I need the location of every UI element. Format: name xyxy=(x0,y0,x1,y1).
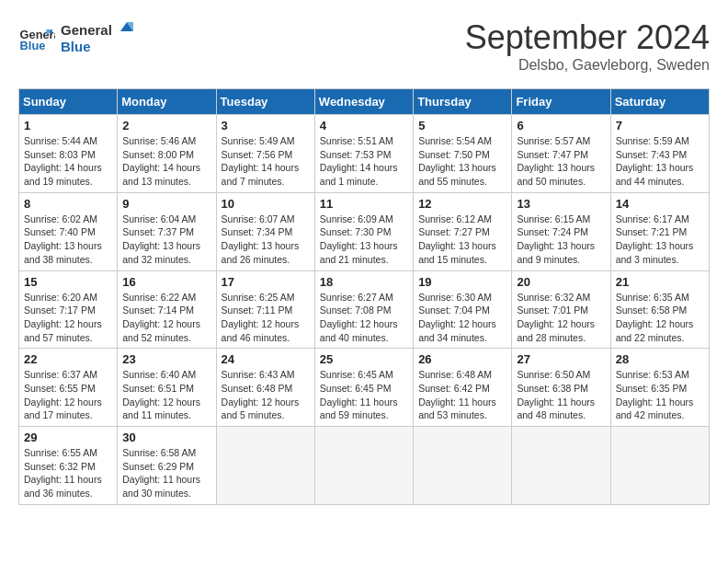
day-number: 19 xyxy=(418,275,506,289)
day-number: 18 xyxy=(320,275,408,289)
day-number: 12 xyxy=(418,197,506,211)
day-number: 4 xyxy=(320,119,408,132)
calendar-cell: 22Sunrise: 6:37 AM Sunset: 6:55 PM Dayli… xyxy=(19,349,118,427)
logo: General Blue General Blue xyxy=(18,18,134,63)
calendar-cell: 4Sunrise: 5:51 AM Sunset: 7:53 PM Daylig… xyxy=(314,115,413,193)
calendar-table: SundayMondayTuesdayWednesdayThursdayFrid… xyxy=(18,88,710,505)
day-info: Sunrise: 5:46 AM Sunset: 8:00 PM Dayligh… xyxy=(122,134,210,189)
day-number: 9 xyxy=(122,197,210,211)
day-info: Sunrise: 6:48 AM Sunset: 6:42 PM Dayligh… xyxy=(418,368,506,422)
day-info: Sunrise: 5:49 AM Sunset: 7:56 PM Dayligh… xyxy=(222,134,310,189)
calendar-cell: 21Sunrise: 6:35 AM Sunset: 6:58 PM Dayli… xyxy=(610,270,709,349)
logo-svg: General Blue xyxy=(61,18,134,59)
day-number: 20 xyxy=(517,275,605,289)
calendar-cell: 5Sunrise: 5:54 AM Sunset: 7:50 PM Daylig… xyxy=(414,115,512,193)
header-day-monday: Monday xyxy=(118,89,216,115)
calendar-cell: 8Sunrise: 6:02 AM Sunset: 7:40 PM Daylig… xyxy=(19,192,118,270)
calendar-cell: 30Sunrise: 6:58 AM Sunset: 6:29 PM Dayli… xyxy=(118,427,216,505)
calendar-cell: 23Sunrise: 6:40 AM Sunset: 6:51 PM Dayli… xyxy=(118,349,216,427)
day-info: Sunrise: 6:32 AM Sunset: 7:01 PM Dayligh… xyxy=(517,291,605,345)
day-info: Sunrise: 6:07 AM Sunset: 7:34 PM Dayligh… xyxy=(222,213,310,267)
week-row-5: 29Sunrise: 6:55 AM Sunset: 6:32 PM Dayli… xyxy=(19,427,710,505)
calendar-cell: 11Sunrise: 6:09 AM Sunset: 7:30 PM Dayli… xyxy=(314,192,413,270)
day-info: Sunrise: 6:58 AM Sunset: 6:29 PM Dayligh… xyxy=(122,446,210,500)
day-info: Sunrise: 6:02 AM Sunset: 7:40 PM Dayligh… xyxy=(24,213,112,267)
header-day-sunday: Sunday xyxy=(19,89,118,115)
svg-text:General: General xyxy=(61,22,112,38)
calendar-cell: 25Sunrise: 6:45 AM Sunset: 6:45 PM Dayli… xyxy=(314,349,413,427)
calendar-cell xyxy=(314,427,413,505)
calendar-cell: 20Sunrise: 6:32 AM Sunset: 7:01 PM Dayli… xyxy=(512,270,610,349)
day-number: 28 xyxy=(616,352,704,366)
calendar-cell: 19Sunrise: 6:30 AM Sunset: 7:04 PM Dayli… xyxy=(414,270,512,349)
week-row-1: 1Sunrise: 5:44 AM Sunset: 8:03 PM Daylig… xyxy=(19,115,710,193)
day-info: Sunrise: 6:35 AM Sunset: 6:58 PM Dayligh… xyxy=(616,291,704,345)
day-info: Sunrise: 6:09 AM Sunset: 7:30 PM Dayligh… xyxy=(320,213,408,267)
week-row-2: 8Sunrise: 6:02 AM Sunset: 7:40 PM Daylig… xyxy=(19,192,710,270)
day-number: 22 xyxy=(24,352,112,366)
week-row-4: 22Sunrise: 6:37 AM Sunset: 6:55 PM Dayli… xyxy=(19,349,710,427)
header-day-tuesday: Tuesday xyxy=(216,89,314,115)
day-info: Sunrise: 5:59 AM Sunset: 7:43 PM Dayligh… xyxy=(616,134,704,189)
day-info: Sunrise: 6:12 AM Sunset: 7:27 PM Dayligh… xyxy=(418,213,506,267)
header-day-wednesday: Wednesday xyxy=(314,89,413,115)
calendar-cell: 9Sunrise: 6:04 AM Sunset: 7:37 PM Daylig… xyxy=(118,192,216,270)
calendar-cell: 17Sunrise: 6:25 AM Sunset: 7:11 PM Dayli… xyxy=(216,270,314,349)
calendar-cell: 27Sunrise: 6:50 AM Sunset: 6:38 PM Dayli… xyxy=(512,349,610,427)
day-number: 5 xyxy=(418,119,506,132)
day-number: 21 xyxy=(616,275,704,289)
calendar-cell: 13Sunrise: 6:15 AM Sunset: 7:24 PM Dayli… xyxy=(512,192,610,270)
calendar-cell: 14Sunrise: 6:17 AM Sunset: 7:21 PM Dayli… xyxy=(610,192,709,270)
day-info: Sunrise: 6:04 AM Sunset: 7:37 PM Dayligh… xyxy=(122,213,210,267)
day-info: Sunrise: 6:20 AM Sunset: 7:17 PM Dayligh… xyxy=(24,291,112,345)
day-number: 23 xyxy=(122,352,210,366)
day-number: 3 xyxy=(222,119,310,132)
day-info: Sunrise: 6:15 AM Sunset: 7:24 PM Dayligh… xyxy=(517,213,605,267)
day-number: 27 xyxy=(517,352,605,366)
calendar-cell: 1Sunrise: 5:44 AM Sunset: 8:03 PM Daylig… xyxy=(19,115,118,193)
svg-text:Blue: Blue xyxy=(20,39,46,52)
day-number: 14 xyxy=(616,197,704,211)
day-number: 13 xyxy=(517,197,605,211)
day-info: Sunrise: 6:27 AM Sunset: 7:08 PM Dayligh… xyxy=(320,291,408,345)
logo-icon: General Blue xyxy=(18,22,55,59)
calendar-cell xyxy=(216,427,314,505)
header-day-friday: Friday xyxy=(512,89,610,115)
location-subtitle: Delsbo, Gaevleborg, Sweden xyxy=(465,57,710,74)
day-info: Sunrise: 5:51 AM Sunset: 7:53 PM Dayligh… xyxy=(320,134,408,189)
calendar-cell: 28Sunrise: 6:53 AM Sunset: 6:35 PM Dayli… xyxy=(610,349,709,427)
day-info: Sunrise: 6:22 AM Sunset: 7:14 PM Dayligh… xyxy=(122,291,210,345)
day-number: 15 xyxy=(24,275,112,289)
calendar-cell: 3Sunrise: 5:49 AM Sunset: 7:56 PM Daylig… xyxy=(216,115,314,193)
month-title: September 2024 xyxy=(465,18,710,57)
day-number: 29 xyxy=(24,431,112,444)
calendar-cell: 2Sunrise: 5:46 AM Sunset: 8:00 PM Daylig… xyxy=(118,115,216,193)
day-number: 24 xyxy=(222,352,310,366)
calendar-cell: 26Sunrise: 6:48 AM Sunset: 6:42 PM Dayli… xyxy=(414,349,512,427)
day-info: Sunrise: 6:30 AM Sunset: 7:04 PM Dayligh… xyxy=(418,291,506,345)
day-number: 8 xyxy=(24,197,112,211)
calendar-cell: 16Sunrise: 6:22 AM Sunset: 7:14 PM Dayli… xyxy=(118,270,216,349)
day-number: 10 xyxy=(222,197,310,211)
calendar-cell: 29Sunrise: 6:55 AM Sunset: 6:32 PM Dayli… xyxy=(19,427,118,505)
calendar-cell: 24Sunrise: 6:43 AM Sunset: 6:48 PM Dayli… xyxy=(216,349,314,427)
page-header: General Blue General Blue September 2024… xyxy=(18,18,710,74)
day-number: 1 xyxy=(24,119,112,132)
day-info: Sunrise: 6:17 AM Sunset: 7:21 PM Dayligh… xyxy=(616,213,704,267)
header-day-saturday: Saturday xyxy=(610,89,709,115)
day-number: 2 xyxy=(122,119,210,132)
day-info: Sunrise: 6:53 AM Sunset: 6:35 PM Dayligh… xyxy=(616,368,704,422)
calendar-cell: 18Sunrise: 6:27 AM Sunset: 7:08 PM Dayli… xyxy=(314,270,413,349)
calendar-cell: 7Sunrise: 5:59 AM Sunset: 7:43 PM Daylig… xyxy=(610,115,709,193)
title-block: September 2024 Delsbo, Gaevleborg, Swede… xyxy=(465,18,710,74)
header-day-thursday: Thursday xyxy=(414,89,512,115)
day-number: 6 xyxy=(517,119,605,132)
calendar-header-row: SundayMondayTuesdayWednesdayThursdayFrid… xyxy=(19,89,710,115)
calendar-cell: 6Sunrise: 5:57 AM Sunset: 7:47 PM Daylig… xyxy=(512,115,610,193)
day-number: 26 xyxy=(418,352,506,366)
calendar-cell xyxy=(512,427,610,505)
day-number: 7 xyxy=(616,119,704,132)
day-info: Sunrise: 6:50 AM Sunset: 6:38 PM Dayligh… xyxy=(517,368,605,422)
day-info: Sunrise: 5:44 AM Sunset: 8:03 PM Dayligh… xyxy=(24,134,112,189)
calendar-cell xyxy=(414,427,512,505)
